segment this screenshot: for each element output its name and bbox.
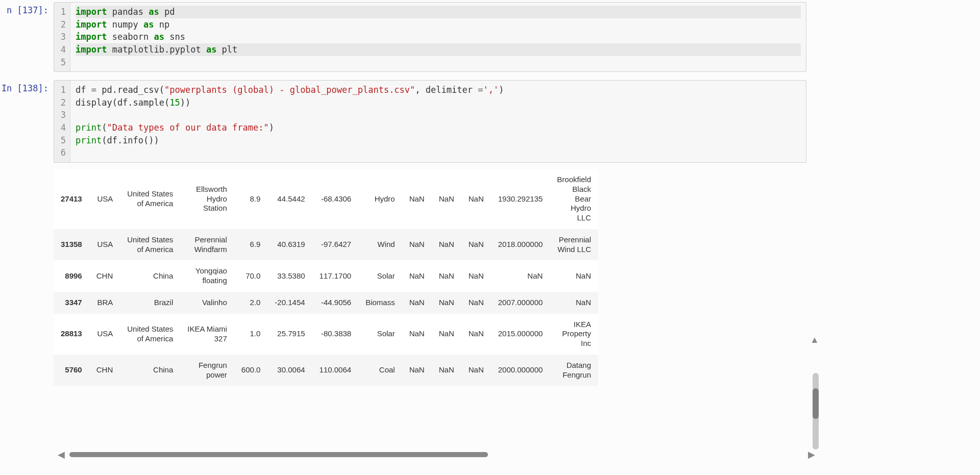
row-index: 28813: [54, 314, 89, 355]
table-cell: -68.4306: [312, 169, 359, 229]
code-input-area[interactable]: 1 2 3 4 5 import pandas as pdimport nump…: [54, 2, 806, 72]
table-cell: NaN: [402, 355, 432, 386]
table-cell: Valinho: [180, 292, 234, 314]
table-cell: 6.9: [234, 229, 268, 261]
jupyter-notebook: n [137]: 1 2 3 4 5 import pandas as pdim…: [0, 0, 980, 475]
table-cell: BRA: [89, 292, 120, 314]
table-cell: PerennialWindfarm: [180, 229, 234, 261]
table-cell: -20.1454: [267, 292, 312, 314]
table-cell: United Statesof America: [120, 169, 180, 229]
table-cell: DatangFengrun: [550, 355, 598, 386]
scroll-right-icon[interactable]: ▶: [806, 449, 817, 460]
table-cell: NaN: [461, 355, 491, 386]
table-cell: 70.0: [234, 260, 268, 292]
table-cell: United Statesof America: [120, 314, 180, 355]
cell-prompt: n [137]:: [0, 2, 54, 15]
horizontal-scrollbar[interactable]: ◀ ▶: [56, 449, 817, 460]
table-cell: NaN: [461, 314, 491, 355]
code-cell-137[interactable]: n [137]: 1 2 3 4 5 import pandas as pdim…: [0, 0, 980, 78]
table-cell: USA: [89, 314, 120, 355]
table-cell: Biomass: [358, 292, 402, 314]
table-row: 28813USAUnited Statesof AmericaIKEA Miam…: [54, 314, 598, 355]
horizontal-scrollbar-thumb[interactable]: [69, 452, 488, 457]
table-cell: 30.0064: [267, 355, 312, 386]
table-cell: United Statesof America: [120, 229, 180, 261]
table-cell: Solar: [358, 260, 402, 292]
table-cell: Fengrunpower: [180, 355, 234, 386]
cell-prompt: In [138]:: [0, 80, 54, 93]
table-cell: 2007.000000: [491, 292, 550, 314]
line-gutter: 1 2 3 4 5 6: [54, 81, 70, 162]
table-row: 3347BRABrazilValinho2.0-20.1454-44.9056B…: [54, 292, 598, 314]
line-gutter: 1 2 3 4 5: [54, 3, 70, 71]
dataframe-table: 27413USAUnited Statesof AmericaEllsworth…: [54, 169, 598, 386]
row-index: 3347: [54, 292, 89, 314]
table-cell: PerennialWind LLC: [550, 229, 598, 261]
table-cell: NaN: [432, 292, 461, 314]
table-cell: CHN: [89, 260, 120, 292]
code-content[interactable]: df = pd.read_csv("powerplants (global) -…: [70, 81, 806, 162]
table-cell: NaN: [461, 229, 491, 261]
table-cell: Yongqiaofloating: [180, 260, 234, 292]
table-cell: 1930.292135: [491, 169, 550, 229]
table-cell: 8.9: [234, 169, 268, 229]
table-cell: 117.1700: [312, 260, 359, 292]
table-cell: USA: [89, 169, 120, 229]
table-cell: 110.0064: [312, 355, 359, 386]
table-cell: NaN: [402, 260, 432, 292]
table-cell: NaN: [402, 169, 432, 229]
table-cell: 2.0: [234, 292, 268, 314]
table-row: 31358USAUnited Statesof AmericaPerennial…: [54, 229, 598, 261]
table-cell: NaN: [461, 169, 491, 229]
table-cell: NaN: [402, 292, 432, 314]
row-index: 27413: [54, 169, 89, 229]
table-cell: 33.5380: [267, 260, 312, 292]
table-row: 27413USAUnited Statesof AmericaEllsworth…: [54, 169, 598, 229]
table-cell: IKEAPropertyInc: [550, 314, 598, 355]
table-cell: NaN: [550, 260, 598, 292]
table-cell: China: [120, 355, 180, 386]
table-cell: 40.6319: [267, 229, 312, 261]
code-cell-138[interactable]: In [138]: 1 2 3 4 5 6 df = pd.read_csv("…: [0, 78, 980, 169]
table-cell: 1.0: [234, 314, 268, 355]
vertical-scrollbar[interactable]: [813, 373, 819, 449]
table-cell: 600.0: [234, 355, 268, 386]
table-cell: 2018.000000: [491, 229, 550, 261]
scroll-left-icon[interactable]: ◀: [56, 449, 66, 460]
table-cell: Coal: [358, 355, 402, 386]
table-row: 8996CHNChinaYongqiaofloating70.033.53801…: [54, 260, 598, 292]
table-cell: USA: [89, 229, 120, 261]
table-cell: 2000.000000: [491, 355, 550, 386]
table-cell: 25.7915: [267, 314, 312, 355]
table-cell: 2015.000000: [491, 314, 550, 355]
table-cell: NaN: [402, 314, 432, 355]
code-input-area[interactable]: 1 2 3 4 5 6 df = pd.read_csv("powerplant…: [54, 80, 806, 163]
row-index: 5760: [54, 355, 89, 386]
dataframe-scroll-region[interactable]: 27413USAUnited Statesof AmericaEllsworth…: [54, 169, 806, 444]
table-cell: IKEA Miami327: [180, 314, 234, 355]
table-cell: NaN: [550, 292, 598, 314]
table-cell: -44.9056: [312, 292, 359, 314]
table-cell: Hydro: [358, 169, 402, 229]
table-cell: -80.3838: [312, 314, 359, 355]
table-cell: NaN: [432, 260, 461, 292]
table-cell: CHN: [89, 355, 120, 386]
cell-output: 27413USAUnited Statesof AmericaEllsworth…: [0, 169, 980, 444]
table-cell: NaN: [432, 169, 461, 229]
table-row: 5760CHNChinaFengrunpower600.030.0064110.…: [54, 355, 598, 386]
table-cell: NaN: [402, 229, 432, 261]
row-index: 8996: [54, 260, 89, 292]
table-cell: China: [120, 260, 180, 292]
table-cell: NaN: [432, 229, 461, 261]
code-content[interactable]: import pandas as pdimport numpy as npimp…: [70, 3, 806, 71]
table-cell: Solar: [358, 314, 402, 355]
table-cell: 44.5442: [267, 169, 312, 229]
table-cell: -97.6427: [312, 229, 359, 261]
vertical-scrollbar-thumb[interactable]: [813, 388, 819, 419]
table-cell: NaN: [491, 260, 550, 292]
table-cell: NaN: [461, 292, 491, 314]
table-cell: NaN: [432, 355, 461, 386]
scroll-up-icon[interactable]: ▲: [810, 335, 819, 345]
horizontal-scrollbar-track[interactable]: [69, 452, 803, 457]
table-cell: Brazil: [120, 292, 180, 314]
